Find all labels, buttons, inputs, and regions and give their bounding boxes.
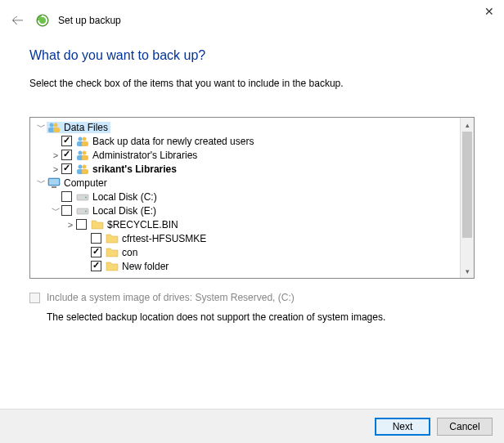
computer-icon <box>47 177 61 189</box>
svg-point-14 <box>83 164 87 168</box>
backup-tree-container: ﹀Data FilesBack up data for newly create… <box>29 117 475 279</box>
tree-node-label: srikant's Libraries <box>92 163 177 175</box>
tree-node-label: Computer <box>64 177 107 189</box>
system-image-checkbox <box>29 293 40 303</box>
drive-icon <box>75 206 90 216</box>
collapse-icon[interactable]: ﹀ <box>35 177 47 189</box>
tree-checkbox[interactable] <box>61 150 72 160</box>
tree-node-admin-lib[interactable]: >Administrator's Libraries <box>32 148 458 162</box>
content-area: What do you want to back up? Select the … <box>0 29 504 279</box>
tree-checkbox[interactable] <box>61 136 72 146</box>
svg-rect-18 <box>49 179 59 185</box>
tree-checkbox[interactable] <box>61 191 72 202</box>
tree-node-label: Administrator's Libraries <box>92 150 197 161</box>
tree-checkbox[interactable] <box>61 205 72 216</box>
svg-rect-16 <box>82 169 88 174</box>
svg-rect-19 <box>52 186 56 188</box>
tree-node-newfolder[interactable]: New folder <box>32 259 458 273</box>
tree-checkbox[interactable] <box>76 219 87 230</box>
tree-checkbox[interactable] <box>61 163 72 174</box>
tree-node-label: New folder <box>122 261 169 272</box>
svg-rect-4 <box>53 128 60 132</box>
tree-node-cfrtest[interactable]: cfrtest-HFSUSMKE <box>32 231 458 245</box>
tree-scrollbar[interactable]: ▴ ▾ <box>460 118 474 278</box>
close-icon[interactable]: ✕ <box>484 5 494 18</box>
people-icon <box>75 150 90 161</box>
folder-icon <box>105 233 119 244</box>
svg-point-6 <box>83 136 87 141</box>
tree-node-new-users[interactable]: Back up data for newly created users <box>32 134 458 148</box>
system-image-message: The selected backup location does not su… <box>29 303 475 323</box>
scroll-thumb[interactable] <box>462 132 472 238</box>
tree-checkbox[interactable] <box>91 233 101 244</box>
tree-node-label: Local Disk (C:) <box>92 191 157 203</box>
svg-point-13 <box>79 164 83 168</box>
svg-point-5 <box>79 136 83 141</box>
svg-point-23 <box>85 210 87 212</box>
svg-rect-8 <box>82 141 88 146</box>
svg-rect-12 <box>82 155 88 160</box>
tree-node-label: cfrtest-HFSUSMKE <box>122 233 206 244</box>
tree-checkbox[interactable] <box>91 261 101 271</box>
system-image-section: Include a system image of drives: System… <box>0 279 504 323</box>
expand-icon[interactable]: > <box>50 150 61 160</box>
people-icon <box>75 136 90 147</box>
svg-point-1 <box>50 123 54 127</box>
page-instruction: Select the check box of the items that y… <box>29 78 475 89</box>
svg-point-2 <box>54 123 58 127</box>
tree-node-recycle[interactable]: >$RECYCLE.BIN <box>32 217 458 231</box>
page-heading: What do you want to back up? <box>29 48 475 63</box>
wizard-title: Set up backup <box>58 15 121 26</box>
svg-point-10 <box>83 150 87 154</box>
tree-node-label: con <box>122 247 137 258</box>
tree-node-srikant-lib[interactable]: >srikant's Libraries <box>32 162 458 176</box>
expand-icon[interactable]: > <box>50 164 61 174</box>
collapse-icon[interactable]: ﹀ <box>35 121 47 133</box>
tree-node-label: Back up data for newly created users <box>92 136 254 147</box>
people-icon <box>75 163 90 175</box>
tree-node-label: $RECYCLE.BIN <box>107 219 178 230</box>
tree-checkbox[interactable] <box>91 247 101 257</box>
people-icon <box>47 122 61 133</box>
drive-icon <box>75 192 90 202</box>
tree-node-disk-c[interactable]: Local Disk (C:) <box>32 190 458 204</box>
system-image-label: Include a system image of drives: System… <box>47 292 295 303</box>
scroll-up-icon[interactable]: ▴ <box>461 118 474 132</box>
next-button[interactable]: Next <box>375 418 430 436</box>
scroll-down-icon[interactable]: ▾ <box>461 264 474 278</box>
back-arrow-icon[interactable]: 🡠 <box>8 11 27 29</box>
tree-node-label: Local Disk (E:) <box>92 205 156 217</box>
backup-tree[interactable]: ﹀Data FilesBack up data for newly create… <box>30 118 460 278</box>
wizard-header: 🡠 Set up backup <box>0 0 504 29</box>
button-bar: Next Cancel <box>0 409 504 443</box>
backup-wizard-icon <box>35 13 50 28</box>
tree-node-con[interactable]: con <box>32 245 458 259</box>
cancel-button[interactable]: Cancel <box>437 418 493 436</box>
svg-point-9 <box>79 150 83 154</box>
tree-node-label: Data Files <box>64 122 108 133</box>
folder-icon <box>105 247 119 257</box>
folder-icon <box>90 219 105 230</box>
svg-point-21 <box>85 196 87 198</box>
tree-node-data-files[interactable]: ﹀Data Files <box>32 120 458 134</box>
tree-node-disk-e[interactable]: ﹀Local Disk (E:) <box>32 204 458 217</box>
folder-icon <box>105 261 119 271</box>
tree-node-computer[interactable]: ﹀Computer <box>32 176 458 190</box>
collapse-icon[interactable]: ﹀ <box>50 204 61 217</box>
expand-icon[interactable]: > <box>65 220 76 230</box>
